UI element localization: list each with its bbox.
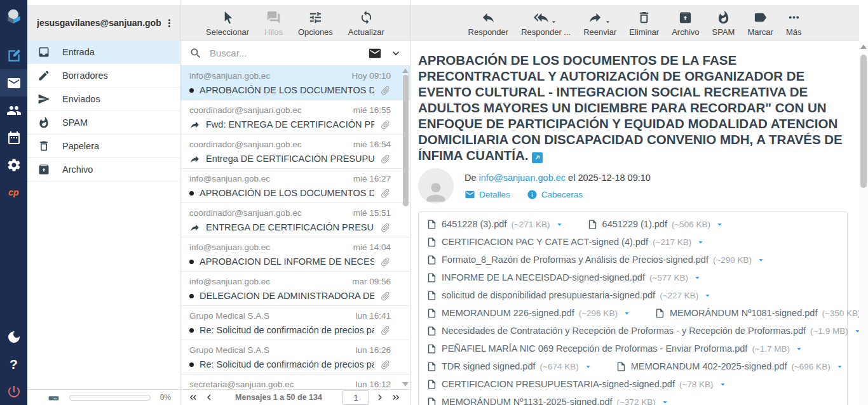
envelope-filter-icon[interactable]: [368, 46, 382, 60]
last-page-button[interactable]: [388, 390, 405, 404]
message-row[interactable]: Grupo Medical S.A.S lun 16:41 Re: Solici…: [180, 306, 410, 340]
chevron-down-icon[interactable]: [390, 47, 402, 60]
folder-item[interactable]: Enviados: [27, 88, 180, 111]
toolbar-button[interactable]: Reenviar: [580, 10, 620, 40]
page-number-input[interactable]: [342, 390, 369, 405]
toolbar-button[interactable]: Responder: [465, 10, 513, 40]
toolbar-button[interactable]: SPAM: [709, 10, 739, 40]
message-row[interactable]: info@sanjuan.gob.ec mié 14:04 APROBACION…: [180, 237, 410, 272]
list-scroll-up-icon[interactable]: [402, 69, 409, 73]
attachment-item[interactable]: CERTIFICACION PRESUPUESTARIA-signed-sign…: [426, 379, 728, 390]
attachment-menu-icon[interactable]: [660, 397, 670, 405]
header-action-link[interactable]: Cabeceras: [527, 189, 583, 200]
attachment-name: INFORME DE LA NECEISDAD-signed-signed.pd…: [442, 272, 645, 282]
folder-item[interactable]: Entrada: [27, 41, 180, 64]
message-row[interactable]: info@sanjuan.gob.ec mié 16:27 APROBACIÓN…: [180, 169, 410, 203]
pane-scroll-up-icon[interactable]: [860, 44, 867, 49]
attachment-name: CERTIFICACION PRESUPUESTARIA-signed-sign…: [442, 379, 675, 389]
contacts-nav-button[interactable]: [0, 96, 27, 124]
attachment-menu-icon[interactable]: [693, 273, 702, 282]
attachment-item[interactable]: Necesidades de Contratación y Recepción …: [426, 326, 859, 336]
attachment-menu-icon[interactable]: [715, 220, 724, 229]
list-scroll-down-icon[interactable]: [402, 382, 409, 387]
pane-scrollbar-thumb[interactable]: [860, 55, 867, 188]
folder-item[interactable]: Papelera: [27, 135, 180, 158]
from-label: De: [465, 173, 477, 183]
pane-scrollbar[interactable]: [859, 41, 868, 405]
toolbar-button[interactable]: Opciones: [294, 10, 337, 40]
message-row[interactable]: info@sanjuan.gob.ec mar 09:56 DELEGACION…: [180, 272, 410, 306]
attachment-menu-icon[interactable]: [703, 291, 712, 300]
message-datetime: 2025-12-18 09:10: [578, 173, 651, 183]
attachment-menu-icon[interactable]: [835, 362, 844, 371]
message-row[interactable]: coordinador@sanjuan.gob.ec mié 15:51 ENT…: [180, 203, 410, 237]
attachment-menu-icon[interactable]: [583, 362, 593, 371]
attachment-row: solicitud de disponibilidad presupuestar…: [426, 286, 839, 304]
next-page-button[interactable]: [372, 390, 388, 404]
attachment-item[interactable]: MEMORÁNDUM Nº1131-2025-signed.pdf (~372 …: [426, 397, 670, 405]
list-scrollbar-thumb[interactable]: [403, 75, 409, 206]
attachment-item[interactable]: 6451228 (3).pdf (~271 KB): [426, 219, 564, 230]
attachment-menu-icon[interactable]: [696, 237, 705, 247]
unread-dot-icon: [189, 294, 194, 298]
sender-address-link[interactable]: info@sanjuan.gob.ec: [479, 173, 566, 183]
caret-down-icon[interactable]: [550, 18, 558, 26]
attachment-item[interactable]: MEMORÁNDUM Nº1081-signed.pdf (~350 KB): [654, 308, 859, 319]
attachment-size: (~290 KB): [713, 255, 752, 265]
attachment-menu-icon[interactable]: [756, 255, 766, 265]
toolbar-button[interactable]: Hilos: [261, 10, 287, 40]
attachment-item[interactable]: MEMORANDUM 402-2025-signed.pdf (~696 KB): [616, 361, 844, 372]
attachment-menu-icon[interactable]: [622, 309, 632, 318]
attachment-item[interactable]: PEÑAFIEL MARÍA NIC 069 Recepción de Prof…: [426, 343, 804, 354]
attachment-menu-icon[interactable]: [853, 326, 859, 336]
attachment-item[interactable]: Formato_8_Razón de Proformas y Análisis …: [426, 255, 766, 265]
toolbar-button[interactable]: Archivo: [668, 10, 703, 40]
first-page-button[interactable]: [184, 390, 201, 404]
attachment-item[interactable]: TDR signed signed.pdf (~674 KB): [426, 361, 593, 372]
settings-nav-button[interactable]: [0, 151, 27, 178]
toolbar-button[interactable]: Marcar: [743, 10, 776, 40]
help-button[interactable]: ?: [0, 350, 27, 378]
toolbar-button[interactable]: Seleccionar: [202, 10, 253, 40]
toolbar-button[interactable]: Responder ...: [517, 10, 574, 40]
prev-page-button[interactable]: [201, 390, 217, 404]
caret-down-icon[interactable]: [604, 18, 612, 26]
attachment-item[interactable]: MEMORANDUM 226-signed.pdf (~296 KB): [426, 308, 632, 319]
cpanel-logo-text: cp: [8, 187, 18, 197]
message-row[interactable]: coordinador@sanjuan.gob.ec mié 16:54 Ent…: [180, 135, 410, 169]
folder-item[interactable]: SPAM: [27, 111, 180, 135]
open-in-new-window-button[interactable]: [532, 152, 543, 163]
folder-item[interactable]: Borradores: [27, 64, 180, 88]
folder-item[interactable]: Archivo: [27, 158, 180, 182]
toolbar-button[interactable]: Más: [782, 10, 806, 40]
message-row[interactable]: secretaria@sanjuan.gob.ec lun 16:12: [180, 375, 410, 389]
attachment-menu-icon[interactable]: [718, 380, 728, 389]
search-input[interactable]: [208, 47, 362, 59]
toolbar-label: Responder ...: [521, 27, 571, 37]
message-subject: APROBACIÓN DE LOS DOCUMENTOS DE LA...: [200, 185, 374, 201]
account-menu-button[interactable]: [161, 15, 177, 31]
toolbar-button[interactable]: Eliminar: [625, 10, 663, 40]
attachment-item[interactable]: solicitud de disponibilidad presupuestar…: [426, 290, 712, 301]
dark-mode-button[interactable]: [0, 323, 27, 350]
message-row[interactable]: coordinador@sanjuan.gob.ec mié 16:55 Fwd…: [180, 100, 410, 135]
attachment-menu-icon[interactable]: [794, 344, 804, 354]
logout-button[interactable]: [0, 378, 27, 405]
message-date: mié 16:54: [353, 138, 391, 150]
attachment-item[interactable]: CERTIFICACION PAC Y CATE ACT-signed (4).…: [426, 237, 705, 248]
cpanel-icon[interactable]: cp: [0, 178, 27, 206]
folder-icon: [37, 93, 50, 105]
message-row[interactable]: info@sanjuan.gob.ec Hoy 09:10 APROBACIÓN…: [180, 66, 410, 100]
attachment-item[interactable]: INFORME DE LA NECEISDAD-signed-signed.pd…: [426, 272, 702, 283]
attachment-menu-icon[interactable]: [555, 220, 564, 229]
attachment-item[interactable]: 6451229 (1).pdf (~506 KB): [587, 219, 725, 230]
toolbar-button[interactable]: Actualizar: [344, 10, 388, 40]
compose-button[interactable]: [0, 42, 27, 69]
message-row[interactable]: Grupo Medical S.A.S lun 16:26 Re: Solici…: [180, 340, 410, 375]
header-action-link[interactable]: Detalles: [465, 189, 510, 200]
toolbar-icon: [588, 10, 602, 25]
mail-nav-button[interactable]: [0, 69, 27, 96]
header-actions: Detalles Cabeceras: [465, 189, 651, 200]
calendar-nav-button[interactable]: [0, 124, 27, 151]
pdf-file-icon: [426, 361, 437, 372]
